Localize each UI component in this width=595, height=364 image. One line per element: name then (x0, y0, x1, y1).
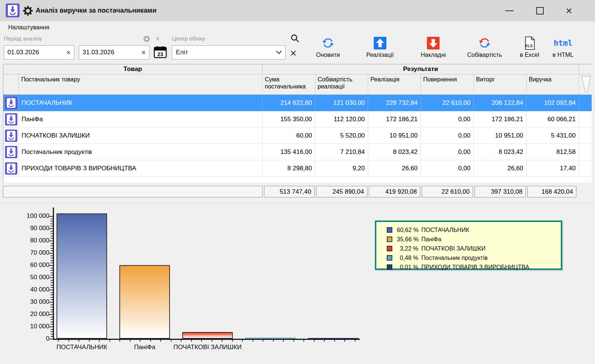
y-axis-tick (49, 228, 53, 229)
x-axis-tick (78, 340, 79, 342)
x-axis-tick (314, 340, 315, 342)
cell-sales: 26,60 (368, 160, 421, 177)
y-axis-tick-label: 20 000 (14, 310, 49, 318)
totals-row: 513 747,40 245 890,04 419 920,08 22 610,… (0, 185, 595, 199)
chart-bar[interactable] (57, 213, 107, 339)
export-excel-button[interactable]: XLS в Excel (515, 36, 544, 62)
date-from-clear-icon[interactable]: × (63, 48, 74, 57)
column-header-revenue[interactable]: Виторг (474, 74, 527, 95)
y-axis-tick-label: 0 (14, 335, 49, 342)
table-row[interactable]: ПОСТАЧАЛЬНИК 214 622,60 121 030,00 228 7… (3, 95, 592, 111)
legend-item: 0,01 % ПРИХОДИ ТОВАРІВ З ВИРОБНИЦТВА (387, 262, 561, 272)
search-icon[interactable] (290, 33, 300, 45)
cell-sum: 135 416,00 (263, 144, 315, 160)
invoices-button[interactable]: Накладні (413, 36, 454, 62)
refresh-button[interactable]: Оновити (310, 36, 346, 62)
date-to-input[interactable] (79, 49, 138, 56)
period-label: Період аналізу (4, 35, 42, 42)
supplier-row-icon (5, 129, 17, 142)
period-gear-icon[interactable] (143, 35, 151, 44)
calendar-icon[interactable]: 23 (153, 45, 167, 61)
x-axis-tick (222, 340, 222, 342)
supplier-row-icon (5, 97, 17, 109)
cell-cost: 112 120,00 (315, 111, 368, 128)
chart-legend: 60,62 % ПОСТАЧАЛЬНИК 35,66 % ПаніФа 3,22… (375, 220, 562, 270)
legend-label: ПОСТАЧАЛЬНИК (421, 227, 469, 233)
column-header-supplier[interactable]: Постачальник товару (19, 74, 263, 95)
settings-gear-icon[interactable] (22, 5, 33, 16)
x-axis-tick (283, 340, 284, 342)
legend-label: Постачальник продуктів (421, 255, 488, 261)
cell-filler (579, 95, 592, 111)
cell-returns: 0,00 (421, 128, 474, 144)
legend-label: ПаніФа (421, 236, 441, 243)
cell-proceeds: 102 092,84 (527, 95, 579, 111)
date-to-field: × (79, 45, 149, 59)
legend-percent: 35,66 % (397, 236, 418, 243)
cell-returns: 0,00 (421, 111, 474, 128)
y-axis-tick-label: 70 000 (14, 249, 49, 257)
chart-bar[interactable] (119, 265, 170, 339)
row-icon-cell (3, 111, 19, 128)
cell-proceeds: 5 431,00 (527, 128, 579, 144)
table-row[interactable]: ПаніФа 155 350,00 112 120,00 172 186,21 … (3, 111, 592, 128)
cell-sales: 172 186,21 (368, 111, 421, 128)
table-row[interactable]: ПОЧАТКОВІ ЗАЛИШКИ 60,00 5 520,00 10 951,… (3, 128, 592, 144)
x-axis-tick (201, 340, 202, 342)
column-header-proceeds[interactable]: Виручка (527, 74, 579, 95)
y-axis-tick (49, 277, 53, 278)
legend-swatch-red (387, 246, 392, 251)
cell-cost: 7 210,84 (315, 144, 368, 160)
minimize-button[interactable] (498, 0, 521, 21)
y-axis-tick (49, 265, 53, 266)
column-header-returns[interactable]: Повернення (421, 74, 474, 95)
chevron-down-icon[interactable] (273, 51, 285, 54)
invoices-label: Накладні (421, 52, 446, 58)
x-axis-tick (89, 340, 90, 342)
cell-revenue: 206 122,84 (474, 95, 527, 111)
xls-file-icon: XLS (523, 36, 536, 51)
sales-button[interactable]: Реалізації (358, 36, 402, 62)
cell-proceeds: 60 066,21 (527, 111, 579, 128)
export-html-button[interactable]: html в HTML (547, 36, 579, 62)
cost-button[interactable]: Собівартість (460, 36, 509, 62)
menu-item-settings[interactable]: Налаштування (7, 21, 51, 33)
column-header-cost[interactable]: Собівартість реалізації (315, 74, 368, 95)
table-row[interactable]: ПРИХОДИ ТОВАРІВ З ВИРОБНИЦТВА 8 298,80 9… (3, 160, 592, 177)
date-from-input[interactable] (4, 49, 63, 56)
column-header-supplier-sum[interactable]: Сума постачальника (263, 74, 315, 95)
date-to-clear-icon[interactable]: × (138, 48, 149, 57)
y-axis-tick (49, 253, 53, 254)
center-clear-icon[interactable]: × (290, 47, 297, 59)
y-axis-tick-label: 40 000 (14, 286, 49, 293)
y-axis-tick-label: 60 000 (14, 261, 49, 269)
maximize-button[interactable] (529, 0, 551, 21)
cost-refresh-icon (478, 36, 491, 51)
chart-bar[interactable] (182, 332, 233, 339)
cell-filler (579, 128, 592, 144)
close-button[interactable]: × (558, 0, 580, 21)
total-revenue: 397 310,08 (475, 186, 526, 197)
supplier-name: Постачальник продуктів (19, 144, 263, 160)
period-clear-icon[interactable]: × (155, 35, 160, 43)
legend-item: 0,48 % Постачальник продуктів (387, 253, 561, 262)
close-icon: × (566, 5, 572, 16)
filter-funnel-cell[interactable] (579, 74, 592, 95)
x-axis-tick (303, 340, 304, 342)
column-header-sales[interactable]: Реалізація (368, 74, 421, 95)
x-axis-category-label: ПОЧАТКОВІ ЗАЛИШКИ (159, 344, 256, 351)
y-axis-tick-label: 100 000 (14, 212, 49, 220)
cell-returns: 22 610,00 (421, 95, 474, 111)
html-icon: html (554, 36, 573, 51)
toolbar: Період аналізу × Центр обліку × × 23 Елі… (0, 33, 595, 64)
y-axis-tick (49, 290, 53, 290)
total-sales: 419 920,08 (369, 186, 420, 197)
svg-text:23: 23 (157, 51, 163, 57)
legend-swatch-teal (387, 255, 392, 261)
table-row[interactable]: Постачальник продуктів 135 416,00 7 210,… (3, 144, 592, 160)
y-axis-tick (49, 302, 53, 303)
results-grid: Товар Результати Постачальник товару Сум… (3, 64, 591, 183)
arrow-down-box-icon (427, 36, 440, 51)
center-combobox[interactable]: Еліт (172, 45, 286, 59)
group-header-row: Товар Результати (3, 64, 592, 74)
